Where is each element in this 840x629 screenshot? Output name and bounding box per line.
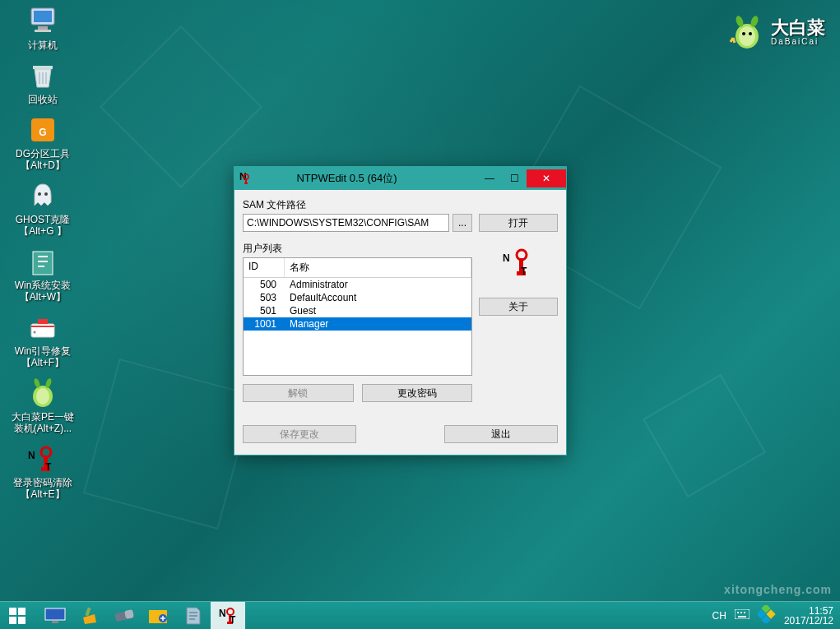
lang-indicator[interactable]: CH [712, 610, 726, 622]
recycle-bin-icon [26, 59, 59, 92]
svg-text:N: N [219, 608, 226, 619]
svg-rect-47 [85, 607, 90, 616]
keyboard-icon[interactable] [735, 609, 750, 622]
desktop-icon-label: Win引导修复【Alt+F】 [10, 345, 76, 368]
taskbar-eraser-icon[interactable] [107, 602, 142, 630]
open-button[interactable]: 打开 [479, 214, 558, 232]
desktop-icon-label: 大白菜PE一键装机(Alt+Z)... [10, 411, 76, 434]
svg-text:N: N [503, 252, 510, 264]
win-system-install-icon [26, 245, 59, 278]
svg-rect-21 [31, 326, 54, 327]
taskbar-desktop-monitor-icon[interactable] [38, 602, 72, 630]
login-password-clear-icon: NT [26, 442, 59, 475]
minimize-button[interactable]: — [477, 169, 502, 187]
svg-rect-18 [33, 252, 53, 275]
svg-rect-10 [33, 66, 53, 69]
user-name-cell: Administrator [285, 278, 471, 291]
svg-rect-60 [744, 612, 745, 613]
svg-point-17 [44, 192, 48, 196]
svg-text:G: G [39, 127, 46, 138]
svg-rect-42 [18, 608, 26, 615]
col-name[interactable]: 名称 [285, 258, 471, 277]
change-password-button[interactable]: 更改密码 [362, 384, 473, 402]
dabaicai-pe-installer[interactable]: 大白菜PE一键装机(Alt+Z)... [10, 377, 76, 434]
taskbar-file-icon[interactable] [176, 602, 211, 630]
svg-point-5 [749, 32, 752, 35]
user-row[interactable]: 1001Manager [244, 317, 471, 331]
user-id-cell: 503 [244, 291, 285, 304]
svg-rect-46 [52, 621, 58, 623]
brand-logo: 大白菜 DaBaiCai [728, 13, 825, 51]
desktop-icon-label: 计算机 [10, 39, 76, 51]
user-row[interactable]: 500Administrator [244, 278, 471, 291]
taskbar-ntpwedit-icon[interactable]: NT [211, 602, 245, 630]
recycle-bin[interactable]: 回收站 [10, 59, 76, 105]
about-button[interactable]: 关于 [479, 298, 558, 316]
desktop-icon-label: Win系统安装【Alt+W】 [10, 280, 76, 303]
windows-logo-icon [9, 608, 26, 624]
sam-path-input[interactable] [243, 214, 449, 232]
window-title: NTPWEdit 0.5 (64位) [216, 171, 477, 186]
svg-rect-9 [35, 30, 51, 32]
win-system-install[interactable]: Win系统安装【Alt+W】 [10, 245, 76, 303]
maximize-button[interactable]: ☐ [502, 169, 527, 187]
user-id-cell: 501 [244, 304, 285, 317]
svg-rect-61 [738, 616, 746, 617]
desktop-icon-label: GHOST克隆【Alt+G 】 [10, 214, 76, 237]
svg-point-22 [34, 331, 36, 334]
svg-text:N: N [28, 450, 35, 461]
user-id-cell: 500 [244, 278, 285, 291]
cabbage-icon [728, 13, 766, 51]
user-listbox[interactable]: ID 名称 500Administrator503DefaultAccount5… [243, 257, 472, 376]
dg-partition-tool[interactable]: GDG分区工具【Alt+D】 [10, 113, 76, 171]
svg-text:T: T [521, 266, 527, 277]
svg-point-4 [742, 32, 745, 35]
svg-text:T: T [230, 614, 236, 626]
user-id-cell: 1001 [244, 317, 285, 331]
user-name-cell: Guest [285, 304, 471, 317]
clock[interactable]: 11:57 2017/12/12 [784, 606, 833, 626]
tray-diamond-icon[interactable] [758, 605, 776, 626]
svg-point-16 [38, 192, 41, 196]
browse-button[interactable]: ... [452, 214, 472, 232]
app-logo-icon: NT [501, 245, 536, 280]
user-list-label: 用户列表 [243, 242, 472, 256]
computer[interactable]: 计算机 [10, 5, 76, 51]
svg-rect-45 [45, 608, 65, 620]
svg-text:T: T [45, 461, 52, 473]
dg-partition-tool-icon: G [26, 113, 59, 146]
exit-button[interactable]: 退出 [444, 425, 558, 443]
close-button[interactable]: ✕ [527, 169, 566, 187]
desktop-icon-label: 登录密码清除【Alt+E】 [10, 477, 76, 500]
user-row[interactable]: 503DefaultAccount [244, 291, 471, 304]
svg-rect-57 [735, 609, 750, 619]
desktop-icon-label: 回收站 [10, 94, 76, 105]
win-boot-repair-icon [26, 311, 59, 344]
ntpwedit-window: N NTPWEdit 0.5 (64位) — ☐ ✕ SAM 文件路径 ... … [234, 166, 567, 456]
start-button[interactable] [0, 602, 35, 630]
sam-path-label: SAM 文件路径 [243, 198, 472, 212]
col-id[interactable]: ID [244, 258, 285, 277]
taskbar-folder-tool-icon[interactable] [142, 602, 176, 630]
user-name-cell: Manager [285, 317, 471, 331]
taskbar-cleaner-icon[interactable] [72, 602, 107, 630]
ghost-clone[interactable]: GHOST克隆【Alt+G 】 [10, 179, 76, 237]
svg-rect-43 [9, 617, 16, 624]
svg-rect-58 [737, 612, 739, 613]
computer-icon [26, 5, 59, 38]
user-row[interactable]: 501Guest [244, 304, 471, 317]
desktop-icon-label: DG分区工具【Alt+D】 [10, 148, 76, 171]
titlebar[interactable]: N NTPWEdit 0.5 (64位) — ☐ ✕ [234, 167, 566, 190]
svg-rect-7 [34, 11, 52, 22]
taskbar: NT CH 11:57 2017/12/12 [0, 601, 840, 629]
win-boot-repair[interactable]: Win引导修复【Alt+F】 [10, 311, 76, 368]
save-changes-button[interactable]: 保存更改 [243, 425, 356, 443]
dabaicai-pe-installer-icon [26, 377, 59, 409]
user-name-cell: DefaultAccount [285, 291, 471, 304]
watermark: xitongcheng.com [724, 583, 832, 596]
login-password-clear[interactable]: NT登录密码清除【Alt+E】 [10, 442, 76, 500]
unlock-button[interactable]: 解锁 [243, 384, 354, 402]
ghost-clone-icon [26, 179, 59, 212]
svg-rect-41 [9, 608, 16, 615]
svg-rect-8 [38, 26, 48, 30]
